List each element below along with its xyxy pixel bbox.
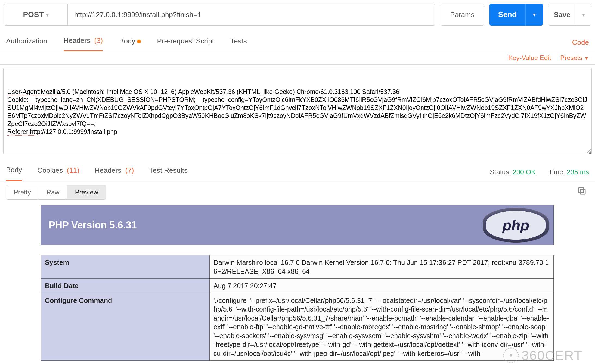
view-preview[interactable]: Preview bbox=[67, 185, 106, 199]
tab-headers[interactable]: Headers (3) bbox=[64, 34, 103, 51]
caret-down-icon: ▼ bbox=[584, 56, 589, 61]
tab-body[interactable]: Body bbox=[119, 34, 141, 51]
tab-prerequest[interactable]: Pre-request Script bbox=[157, 34, 214, 51]
table-row: Build Date Aug 7 2017 20:27:47 bbox=[41, 279, 554, 293]
view-pretty[interactable]: Pretty bbox=[6, 185, 39, 199]
save-button[interactable]: Save bbox=[548, 4, 576, 25]
svg-rect-0 bbox=[580, 189, 585, 194]
table-row: Configure Command './configure' '--prefi… bbox=[41, 293, 554, 361]
copy-icon[interactable] bbox=[577, 186, 587, 196]
resp-tab-body[interactable]: Body bbox=[6, 163, 22, 181]
url-input[interactable]: http://127.0.0.1:9999/install.php?finish… bbox=[67, 4, 435, 26]
svg-rect-1 bbox=[579, 188, 584, 193]
send-button[interactable]: Send bbox=[489, 4, 525, 26]
code-link[interactable]: Code bbox=[572, 38, 589, 47]
send-dropdown[interactable]: ▾ bbox=[525, 4, 543, 26]
http-method-select[interactable]: POST ▾ bbox=[4, 4, 67, 26]
tab-authorization[interactable]: Authorization bbox=[6, 34, 47, 51]
phpinfo-title: PHP Version 5.6.31 bbox=[49, 219, 137, 231]
resp-tab-tests[interactable]: Test Results bbox=[149, 164, 188, 181]
raw-headers-textarea[interactable]: User-Agent:Mozilla/5.0 (Macintosh; Intel… bbox=[3, 68, 592, 154]
tab-tests[interactable]: Tests bbox=[230, 34, 247, 51]
http-method-label: POST bbox=[23, 10, 44, 19]
response-preview-pane: PHP Version 5.6.31 php System Darwin Mar… bbox=[6, 205, 589, 364]
view-raw[interactable]: Raw bbox=[39, 185, 67, 199]
presets-dropdown[interactable]: Presets ▼ bbox=[560, 54, 589, 62]
url-value: http://127.0.0.1:9999/install.php?finish… bbox=[74, 11, 202, 19]
phpinfo-table: System Darwin Marshiro.local 16.7.0 Darw… bbox=[41, 255, 554, 361]
php-logo-icon: php bbox=[483, 208, 549, 243]
chevron-down-icon: ▾ bbox=[46, 11, 49, 18]
body-modified-indicator bbox=[137, 40, 141, 43]
resp-tab-headers[interactable]: Headers (7) bbox=[95, 164, 134, 181]
table-row: System Darwin Marshiro.local 16.7.0 Darw… bbox=[41, 255, 554, 279]
save-dropdown[interactable]: ▾ bbox=[576, 4, 591, 25]
params-button[interactable]: Params bbox=[441, 4, 484, 26]
resp-tab-cookies[interactable]: Cookies (11) bbox=[37, 164, 79, 181]
status-block: Status:200 OK Time:235 ms bbox=[490, 168, 589, 176]
key-value-edit-link[interactable]: Key-Value Edit bbox=[508, 54, 551, 62]
resize-handle-icon[interactable] bbox=[586, 149, 591, 153]
phpinfo-banner: PHP Version 5.6.31 php bbox=[41, 205, 554, 245]
